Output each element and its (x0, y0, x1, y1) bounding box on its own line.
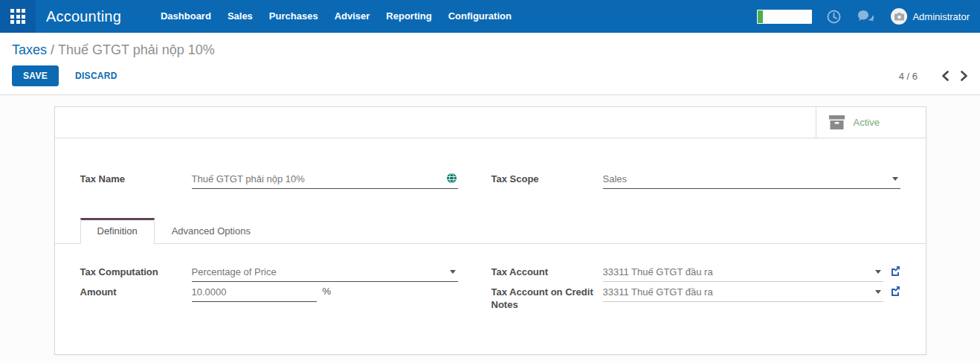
button-box: Active (55, 107, 926, 138)
breadcrumb: Taxes/Thuế GTGT phải nộp 10% (12, 41, 968, 59)
active-label: Active (854, 117, 880, 128)
menu-dashboard[interactable]: Dashboard (152, 0, 219, 33)
tax-form-sheet: Active Tax Name Thuế GTGT phải nộp 10% (54, 106, 926, 355)
right-column: Tax Account 33311 Thuế GTGT đầu ra (491, 263, 900, 312)
tax-name-label: Tax Name (80, 170, 192, 185)
form-view-background: Active Tax Name Thuế GTGT phải nộp 10% (0, 95, 980, 363)
tax-account-row: Tax Account 33311 Thuế GTGT đầu ra (491, 263, 900, 282)
breadcrumb-separator: / (51, 42, 54, 57)
tax-scope-select[interactable]: Sales (603, 170, 900, 189)
caret-down-icon (875, 270, 881, 274)
tax-computation-label: Tax Computation (80, 263, 192, 278)
amount-suffix-percent: % (323, 283, 332, 297)
control-panel-buttons-row: SAVE DISCARD 4 / 6 (12, 65, 968, 86)
external-link-icon[interactable] (890, 286, 900, 299)
breadcrumb-taxes-link[interactable]: Taxes (12, 42, 47, 57)
definition-tab-content: Tax Computation Percentage of Price Amou… (80, 244, 900, 312)
tax-account-credit-notes-row: Tax Account on Credit Notes 33311 Thuế G… (491, 283, 900, 311)
amount-label: Amount (80, 283, 192, 298)
tax-account-credit-notes-label: Tax Account on Credit Notes (491, 283, 603, 311)
tax-account-label: Tax Account (491, 263, 603, 278)
definition-field-group: Tax Computation Percentage of Price Amou… (80, 263, 900, 312)
translate-globe-icon[interactable] (447, 173, 457, 186)
main-menu: Dashboard Sales Purchases Adviser Report… (152, 0, 520, 33)
pager-previous-button[interactable] (941, 71, 950, 81)
activities-clock-icon[interactable] (827, 10, 841, 24)
apps-grid-icon (10, 9, 25, 24)
notebook-tabs: Definition Advanced Options (55, 217, 926, 244)
tax-scope-row: Tax Scope Sales (491, 170, 900, 189)
menu-adviser[interactable]: Adviser (326, 0, 378, 33)
tab-advanced-options[interactable]: Advanced Options (155, 218, 268, 244)
navbar-right: Administrator (757, 8, 980, 25)
caret-down-icon (875, 290, 881, 294)
apps-menu-button[interactable] (0, 0, 36, 33)
messages-chat-icon[interactable] (857, 10, 874, 23)
tab-definition[interactable]: Definition (80, 218, 155, 244)
menu-sales[interactable]: Sales (219, 0, 261, 33)
external-link-icon[interactable] (890, 266, 900, 279)
top-field-group: Tax Name Thuế GTGT phải nộp 10% (80, 170, 900, 190)
archive-icon (829, 115, 845, 129)
tax-computation-select[interactable]: Percentage of Price (192, 263, 458, 282)
tax-scope-label: Tax Scope (491, 170, 603, 185)
amount-input[interactable]: 10.0000 (192, 283, 317, 302)
amount-field-wrap: 10.0000 % (192, 283, 332, 302)
menu-reporting[interactable]: Reporting (378, 0, 439, 33)
tax-account-credit-notes-select[interactable]: 33311 Thuế GTGT đầu ra (603, 283, 883, 302)
control-panel: Taxes/Thuế GTGT phải nộp 10% SAVE DISCAR… (0, 33, 980, 95)
caret-down-icon (450, 270, 456, 274)
menu-configuration[interactable]: Configuration (440, 0, 520, 33)
timer-widget[interactable] (757, 10, 812, 24)
top-navbar: Accounting Dashboard Sales Purchases Adv… (0, 0, 980, 33)
amount-row: Amount 10.0000 % (80, 283, 458, 302)
app-title[interactable]: Accounting (46, 8, 121, 25)
menu-purchases[interactable]: Purchases (261, 0, 326, 33)
pager-next-button[interactable] (960, 71, 968, 81)
tax-name-row: Tax Name Thuế GTGT phải nộp 10% (80, 170, 458, 189)
caret-down-icon (892, 177, 898, 181)
tax-name-input[interactable]: Thuế GTGT phải nộp 10% (192, 170, 458, 189)
user-avatar[interactable] (891, 8, 907, 25)
discard-button[interactable]: DISCARD (69, 66, 123, 86)
sheet-body: Tax Name Thuế GTGT phải nộp 10% (55, 138, 926, 312)
tax-computation-row: Tax Computation Percentage of Price (80, 263, 458, 282)
tax-account-select[interactable]: 33311 Thuế GTGT đầu ra (603, 263, 883, 282)
save-button[interactable]: SAVE (12, 65, 59, 86)
breadcrumb-current: Thuế GTGT phải nộp 10% (58, 42, 215, 57)
user-name[interactable]: Administrator (912, 11, 970, 22)
pager-count: 4 / 6 (899, 71, 918, 82)
active-toggle-button[interactable]: Active (816, 107, 926, 138)
pager: 4 / 6 (899, 71, 968, 82)
left-column: Tax Computation Percentage of Price Amou… (80, 263, 458, 312)
